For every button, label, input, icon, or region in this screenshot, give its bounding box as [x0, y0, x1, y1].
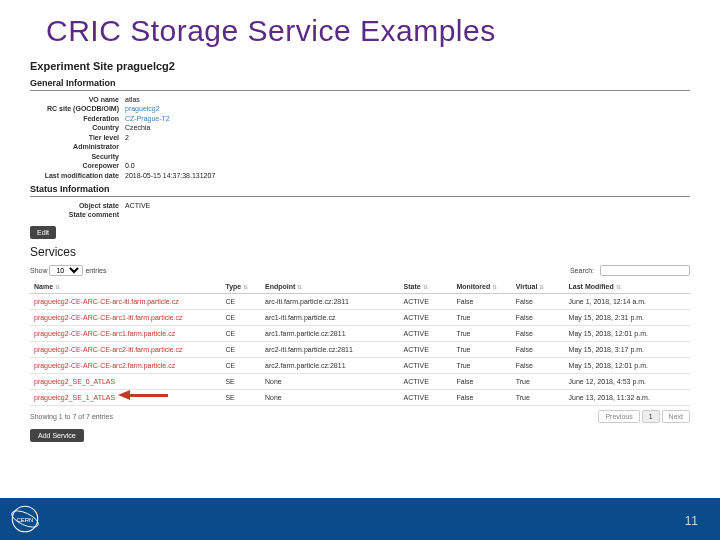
cell-endpoint: None: [261, 389, 400, 405]
show-label: Show: [30, 267, 48, 274]
services-table: Name⇅ Type⇅ Endpoint⇅ State⇅ Monitored⇅ …: [30, 280, 690, 406]
service-name-link[interactable]: praguelcg2-CE-ARC-CE-arc1.farm.particle.…: [30, 325, 221, 341]
edit-button[interactable]: Edit: [30, 226, 56, 239]
page-number: 11: [685, 514, 698, 528]
value-federation[interactable]: CZ-Prague-T2: [125, 114, 170, 123]
cell-state: ACTIVE: [400, 389, 453, 405]
label-country: Country: [30, 123, 125, 132]
slide-title: CRIC Storage Service Examples: [0, 0, 720, 54]
general-info-heading: General Information: [30, 78, 690, 91]
value-object-state: ACTIVE: [125, 201, 150, 210]
cell-state: ACTIVE: [400, 309, 453, 325]
cell-last-modified: May 15, 2018, 2:31 p.m.: [565, 309, 690, 325]
cell-type: CE: [221, 325, 261, 341]
table-row: praguelcg2_SE_1_ATLASSENoneACTIVEFalseTr…: [30, 389, 690, 405]
label-object-state: Object state: [30, 201, 125, 210]
col-state[interactable]: State⇅: [400, 280, 453, 294]
service-name-link[interactable]: praguelcg2-CE-ARC-CE-arc-iti.farm.partic…: [30, 293, 221, 309]
table-row: praguelcg2-CE-ARC-CE-arc1-iti.farm.parti…: [30, 309, 690, 325]
cell-last-modified: May 15, 2018, 12:01 p.m.: [565, 325, 690, 341]
cell-endpoint: arc1-iti.farm.particle.cz: [261, 309, 400, 325]
services-heading: Services: [30, 245, 690, 259]
value-vo-name: atlas: [125, 95, 140, 104]
sort-icon: ⇅: [297, 284, 302, 290]
label-last-mod: Last modification date: [30, 171, 125, 180]
cern-logo-icon: CERN: [8, 502, 42, 536]
cell-last-modified: May 15, 2018, 12:01 p.m.: [565, 357, 690, 373]
cell-last-modified: June 12, 2018, 4:53 p.m.: [565, 373, 690, 389]
table-footer: Showing 1 to 7 of 7 entries Previous 1 N…: [30, 410, 690, 423]
page-size-select[interactable]: 10: [49, 265, 83, 276]
footer-bar: CERN 11: [0, 498, 720, 540]
cell-type: SE: [221, 389, 261, 405]
add-service-button[interactable]: Add Service: [30, 429, 84, 442]
cell-last-modified: June 13, 2018, 11:32 a.m.: [565, 389, 690, 405]
cell-virtual: False: [512, 341, 565, 357]
sort-icon: ⇅: [616, 284, 621, 290]
cell-endpoint: None: [261, 373, 400, 389]
cell-monitored: False: [452, 389, 511, 405]
label-rc-site: RC site (GOCDB/OIM): [30, 104, 125, 113]
sort-icon: ⇅: [539, 284, 544, 290]
sort-icon: ⇅: [243, 284, 248, 290]
table-row: praguelcg2-CE-ARC-CE-arc2-iti.farm.parti…: [30, 341, 690, 357]
page-1-button[interactable]: 1: [642, 410, 660, 423]
table-controls: Show 10 entries Search:: [30, 265, 690, 276]
cell-virtual: False: [512, 325, 565, 341]
prev-button[interactable]: Previous: [598, 410, 639, 423]
label-corepower: Corepower: [30, 161, 125, 170]
sort-icon: ⇅: [492, 284, 497, 290]
value-corepower: 0.0: [125, 161, 135, 170]
label-state-comment: State comment: [30, 210, 125, 219]
next-button[interactable]: Next: [662, 410, 690, 423]
value-country: Czechia: [125, 123, 150, 132]
cell-virtual: True: [512, 373, 565, 389]
cell-type: CE: [221, 293, 261, 309]
value-rc-site[interactable]: praguelcg2: [125, 104, 160, 113]
service-name-link[interactable]: praguelcg2-CE-ARC-CE-arc2.farm.particle.…: [30, 357, 221, 373]
col-monitored[interactable]: Monitored⇅: [452, 280, 511, 294]
cell-type: CE: [221, 341, 261, 357]
service-name-link[interactable]: praguelcg2_SE_0_ATLAS: [30, 373, 221, 389]
service-name-link[interactable]: praguelcg2-CE-ARC-CE-arc1-iti.farm.parti…: [30, 309, 221, 325]
cell-monitored: True: [452, 325, 511, 341]
cell-endpoint: arc2-iti.farm.particle.cz:2811: [261, 341, 400, 357]
col-virtual[interactable]: Virtual⇅: [512, 280, 565, 294]
table-row: praguelcg2-CE-ARC-CE-arc1.farm.particle.…: [30, 325, 690, 341]
search-input[interactable]: [600, 265, 690, 276]
col-endpoint[interactable]: Endpoint⇅: [261, 280, 400, 294]
col-type[interactable]: Type⇅: [221, 280, 261, 294]
label-tier: Tier level: [30, 133, 125, 142]
service-name-link[interactable]: praguelcg2_SE_1_ATLAS: [30, 389, 221, 405]
cell-monitored: False: [452, 293, 511, 309]
label-security: Security: [30, 152, 125, 161]
table-row: praguelcg2-CE-ARC-CE-arc2.farm.particle.…: [30, 357, 690, 373]
cell-state: ACTIVE: [400, 357, 453, 373]
cric-panel: Experiment Site praguelcg2 General Infor…: [30, 60, 690, 442]
cell-virtual: False: [512, 357, 565, 373]
cell-endpoint: arc-iti.farm.particle.cz:2811: [261, 293, 400, 309]
col-name[interactable]: Name⇅: [30, 280, 221, 294]
label-vo-name: VO name: [30, 95, 125, 104]
table-header-row: Name⇅ Type⇅ Endpoint⇅ State⇅ Monitored⇅ …: [30, 280, 690, 294]
value-tier: 2: [125, 133, 129, 142]
entries-label: entries: [85, 267, 106, 274]
pager: Previous 1 Next: [598, 410, 690, 423]
cell-endpoint: arc2.farm.particle.cz:2811: [261, 357, 400, 373]
cell-state: ACTIVE: [400, 325, 453, 341]
cell-state: ACTIVE: [400, 293, 453, 309]
cell-last-modified: June 1, 2018, 12:14 a.m.: [565, 293, 690, 309]
service-name-link[interactable]: praguelcg2-CE-ARC-CE-arc2-iti.farm.parti…: [30, 341, 221, 357]
search-control: Search:: [570, 265, 690, 276]
experiment-site-label: Experiment Site: [30, 60, 113, 72]
sort-icon: ⇅: [423, 284, 428, 290]
experiment-site-heading: Experiment Site praguelcg2: [30, 60, 690, 72]
cell-type: CE: [221, 309, 261, 325]
cell-endpoint: arc1.farm.particle.cz:2811: [261, 325, 400, 341]
col-last-modified[interactable]: Last Modified⇅: [565, 280, 690, 294]
table-row: praguelcg2-CE-ARC-CE-arc-iti.farm.partic…: [30, 293, 690, 309]
cell-monitored: True: [452, 341, 511, 357]
cell-state: ACTIVE: [400, 373, 453, 389]
cell-type: SE: [221, 373, 261, 389]
table-row: praguelcg2_SE_0_ATLASSENoneACTIVEFalseTr…: [30, 373, 690, 389]
